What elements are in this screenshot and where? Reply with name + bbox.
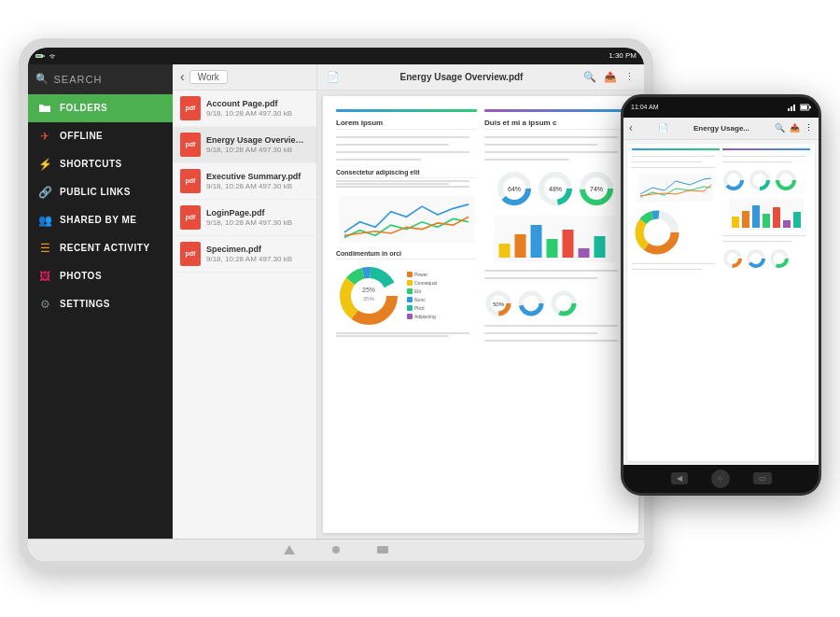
sidebar: 🔍 SEARCH FOLDERS ✈ OFFLINE ⚡ [28, 64, 173, 539]
text-line [484, 136, 618, 138]
file-meta-0: 9/18, 10:28 AM 497.30 kB [206, 109, 309, 118]
svg-rect-55 [742, 211, 749, 228]
search-bar[interactable]: 🔍 SEARCH [28, 64, 173, 94]
file-panel-header: ‹ Work [173, 64, 316, 91]
sidebar-shared-label: SHARED BY ME [60, 215, 137, 225]
recents-nav[interactable] [377, 546, 388, 554]
gauge-2: 48% [538, 171, 573, 206]
svg-text:50%: 50% [493, 301, 505, 307]
file-name-0: Account Page.pdf [206, 99, 309, 108]
phone-sm-gauge-3 [769, 248, 790, 269]
sidebar-item-photos[interactable]: 🖼 PHOTOS [28, 262, 173, 290]
svg-rect-26 [579, 248, 590, 258]
file-panel: ‹ Work pdf Account Page.pdf 9/18, 10:28 … [173, 64, 317, 539]
sidebar-item-shared-by-me[interactable]: 👥 SHARED BY ME [28, 206, 173, 234]
sidebar-item-recent-activity[interactable]: ☰ RECENT ACTIVITY [28, 234, 173, 262]
svg-rect-25 [563, 230, 574, 258]
phone-share-icon[interactable]: 📤 [790, 123, 800, 133]
phone-donut [632, 207, 683, 259]
phone-col-left [632, 148, 720, 456]
phone-home-btn[interactable]: ○ [711, 470, 730, 488]
text-line [484, 144, 597, 146]
phone-search-icon[interactable]: 🔍 [775, 123, 785, 133]
svg-rect-21 [499, 244, 511, 258]
file-info-1: Energy Usage Overview.pdf 9/18, 10:28 AM… [206, 135, 309, 154]
sidebar-public-links-label: PUBLIC LINKS [60, 187, 131, 197]
donut-chart: 25% 35% [336, 263, 401, 329]
phone-device: 11:04 AM ‹ 📄 Energy Usage... [621, 94, 821, 496]
svg-rect-56 [752, 205, 760, 228]
shared-by-me-icon: 👥 [37, 213, 52, 228]
text-line [722, 161, 792, 162]
small-gauge-3 [550, 289, 578, 317]
doc-col-right: Duis et mi a ipsum c 64% [481, 105, 629, 405]
work-tab[interactable]: Work [189, 70, 228, 84]
sidebar-item-offline[interactable]: ✈ OFFLINE [28, 122, 173, 150]
sec3-title: Condimentum in orci [336, 250, 477, 259]
phone-status-bar: 11:04 AM [623, 97, 819, 118]
phone-battery-icon [800, 104, 811, 111]
text-line [484, 340, 618, 342]
phone-bottom-nav: ◀ ○ ▭ [623, 465, 819, 493]
sidebar-shortcuts-label: SHORTCUTS [60, 159, 122, 169]
svg-rect-60 [793, 212, 801, 228]
phone-sm-gauge-2 [746, 248, 766, 269]
text-line [484, 332, 597, 334]
search-label: SEARCH [54, 74, 103, 85]
file-info-3: LoginPage.pdf 9/18, 10:28 AM 497.30 kB [206, 208, 309, 227]
text-line [632, 161, 702, 162]
back-button[interactable]: ‹ [180, 69, 185, 84]
text-line [336, 186, 469, 188]
more-icon[interactable]: ⋮ [624, 71, 635, 83]
doc-icon: 📄 [327, 71, 340, 83]
home-nav[interactable] [332, 546, 340, 554]
phone-back-icon[interactable]: ‹ [629, 121, 633, 134]
svg-rect-59 [783, 220, 791, 228]
svg-rect-58 [773, 207, 780, 228]
file-item-3[interactable]: pdf LoginPage.pdf 9/18, 10:28 AM 497.30 … [173, 200, 316, 236]
svg-rect-40 [801, 105, 807, 109]
phone-status-icons [788, 104, 811, 111]
svg-text:48%: 48% [548, 186, 561, 192]
phone-more-icon[interactable]: ⋮ [805, 123, 813, 133]
file-item-0[interactable]: pdf Account Page.pdf 9/18, 10:28 AM 497.… [173, 91, 316, 127]
file-item-2[interactable]: pdf Executive Summary.pdf 9/18, 10:28 AM… [173, 163, 316, 200]
sidebar-item-shortcuts[interactable]: ⚡ SHORTCUTS [28, 150, 173, 178]
wifi-icon [48, 52, 57, 60]
sidebar-item-folders[interactable]: FOLDERS [28, 94, 173, 122]
sidebar-item-public-links[interactable]: 🔗 PUBLIC LINKS [28, 178, 173, 206]
phone-back-btn[interactable]: ◀ [671, 472, 688, 484]
gauge-charts: 64% 48% 74% [484, 171, 625, 206]
svg-rect-35 [788, 108, 790, 111]
file-name-2: Executive Summary.pdf [206, 172, 309, 181]
svg-rect-37 [793, 105, 795, 111]
back-nav[interactable] [284, 545, 295, 554]
text-line [722, 156, 805, 157]
phone-sm-gauge-1 [722, 248, 743, 269]
small-gauge-1: 50% [484, 289, 512, 317]
pdf-icon-1: pdf [180, 133, 201, 157]
phone-time: 11:04 AM [631, 104, 659, 110]
search-doc-icon[interactable]: 🔍 [583, 71, 596, 83]
sidebar-photos-label: PHOTOS [60, 271, 102, 281]
text-line [336, 136, 469, 138]
svg-text:35%: 35% [363, 296, 375, 301]
phone-doc-actions: 🔍 📤 ⋮ [775, 123, 813, 133]
file-item-1[interactable]: pdf Energy Usage Overview.pdf 9/18, 10:2… [173, 127, 316, 163]
svg-text:25%: 25% [362, 287, 375, 293]
file-item-4[interactable]: pdf Specimen.pdf 9/18, 10:28 AM 497.30 k… [173, 236, 316, 273]
text-line [722, 241, 792, 242]
text-line [484, 151, 618, 153]
small-gauges: 50% [484, 289, 625, 317]
doc-content-area: Lorem ipsum Consectetur adipiscing elit [323, 96, 638, 533]
phone-toolbar: ‹ 📄 Energy Usage... 🔍 📤 ⋮ [623, 118, 819, 140]
sidebar-item-settings[interactable]: ⚙ SETTINGS [28, 290, 173, 318]
phone-gauges [722, 169, 810, 192]
text-line [336, 151, 469, 153]
file-name-4: Specimen.pdf [206, 245, 309, 254]
share-icon[interactable]: 📤 [604, 71, 617, 83]
phone-doc-icon: 📄 [658, 123, 668, 133]
text-line [336, 144, 449, 146]
svg-rect-24 [547, 239, 558, 258]
phone-recents-btn[interactable]: ▭ [753, 472, 772, 484]
